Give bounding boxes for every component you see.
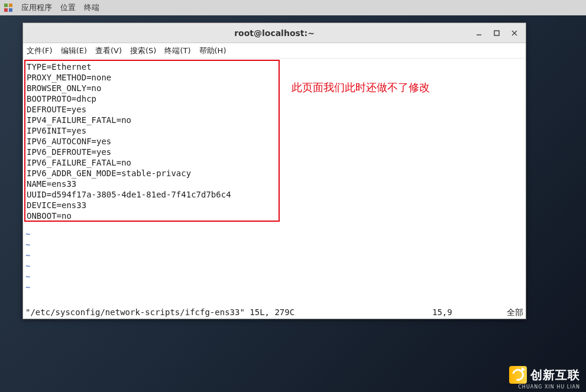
menu-search[interactable]: 搜索(S) [130,46,156,56]
config-line: IPV4_FAILURE_FATAL=no [27,115,277,125]
minimize-button[interactable] [471,27,487,40]
tilde-line: ~ [25,239,30,250]
menu-help[interactable]: 帮助(H) [199,46,226,56]
tilde-line: ~ [25,250,30,261]
config-line: NAME=ens33 [27,179,277,189]
config-line: IPV6_ADDR_GEN_MODE=stable-privacy [27,168,277,179]
config-line: IPV6_AUTOCONF=yes [27,136,277,147]
svg-rect-1 [9,4,12,7]
titlebar[interactable]: root@localhost:~ [23,23,526,43]
config-line: IPV6_DEFROUTE=yes [27,147,277,157]
annotation-text: 此页面我们此时还做不了修改 [292,82,430,93]
vim-status-line: "/etc/sysconfig/network-scripts/ifcfg-en… [25,307,523,318]
watermark-text: 创新互联 [530,367,580,383]
vim-tildes: ~ ~ ~ ~ ~ ~ [25,229,30,293]
menu-file[interactable]: 文件(F) [27,46,53,56]
config-line: PROXY_METHOD=none [27,72,277,83]
activities-icon [4,3,13,12]
svg-rect-5 [494,31,499,35]
menubar: 文件(F) 编辑(E) 查看(V) 搜索(S) 终端(T) 帮助(H) [23,43,526,59]
tilde-line: ~ [25,229,30,239]
config-line: TYPE=Ethernet [27,61,277,72]
panel-item-terminal[interactable]: 终端 [84,2,99,13]
config-line: UUID=d594f17a-3805-4de1-81ed-7f41c7d7b6c… [27,189,277,200]
watermark-subtext: CHUANG XIN HU LIAN [518,384,580,390]
svg-rect-0 [4,4,8,7]
menu-edit[interactable]: 编辑(E) [61,46,87,56]
config-line: BROWSER_ONLY=no [27,83,277,93]
tilde-line: ~ [25,261,30,271]
panel-item-places[interactable]: 位置 [60,2,76,13]
status-cursor-position: 15,9 [432,307,497,318]
config-line: BOOTPROTO=dhcp [27,93,277,104]
terminal-window: root@localhost:~ 文件(F) 编辑(E) 查看(V) 搜索(S)… [22,22,526,319]
tilde-line: ~ [25,282,30,293]
config-line: DEFROUTE=yes [27,104,277,115]
tilde-line: ~ [25,271,30,282]
panel-item-applications[interactable]: 应用程序 [21,2,52,13]
config-line: IPV6_FAILURE_FATAL=no [27,157,277,168]
config-line: IPV6INIT=yes [27,125,277,136]
config-highlight-box: TYPE=Ethernet PROXY_METHOD=none BROWSER_… [24,60,280,222]
window-title: root@localhost:~ [234,28,315,38]
watermark: 创新互联 [509,366,580,384]
maximize-button[interactable] [489,27,504,40]
svg-rect-3 [9,8,12,12]
svg-rect-2 [4,8,8,12]
close-button[interactable] [507,27,522,40]
menu-view[interactable]: 查看(V) [95,46,122,56]
terminal-content[interactable]: TYPE=Ethernet PROXY_METHOD=none BROWSER_… [23,59,526,319]
status-scroll-indicator: 全部 [497,307,523,318]
config-line: ONBOOT=no [27,210,277,221]
status-filename: "/etc/sysconfig/network-scripts/ifcfg-en… [25,307,432,318]
config-line: DEVICE=ens33 [27,200,277,210]
menu-terminal[interactable]: 终端(T) [164,46,190,56]
window-controls [471,27,522,40]
desktop-panel: 应用程序 位置 终端 [0,0,586,15]
watermark-logo-icon [509,366,527,384]
